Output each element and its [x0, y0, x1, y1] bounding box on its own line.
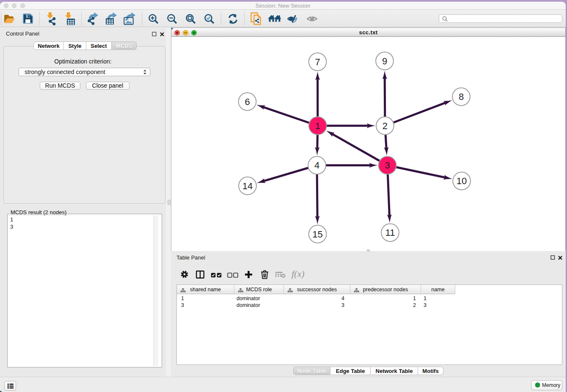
- svg-text:10: 10: [457, 176, 467, 186]
- svg-text:6: 6: [245, 97, 250, 107]
- svg-text:15: 15: [312, 229, 322, 240]
- svg-text:7: 7: [315, 57, 320, 67]
- svg-text:4: 4: [314, 160, 319, 171]
- svg-text:2: 2: [383, 121, 388, 131]
- svg-text:1: 1: [315, 121, 320, 131]
- svg-text:9: 9: [382, 56, 387, 66]
- svg-text:3: 3: [385, 160, 390, 171]
- svg-text:8: 8: [459, 91, 464, 102]
- svg-text:11: 11: [385, 227, 395, 238]
- svg-text:14: 14: [242, 181, 253, 191]
